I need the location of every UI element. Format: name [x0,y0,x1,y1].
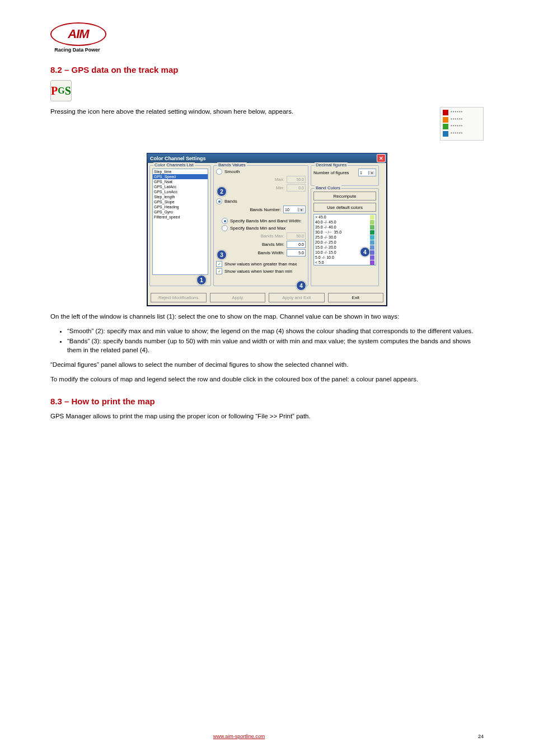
dialog-titlebar: Color Channel Settings ✕ [147,153,387,163]
list-item[interactable]: Filtered_speed [153,214,208,220]
badge-4a: 4 [296,281,306,291]
group-decimal-figures: Decimal figures [315,162,348,167]
chk-show-greater[interactable]: Show values when greater than max [216,261,306,267]
num-figures-label: Number of figures [313,170,358,175]
bands-width-input[interactable]: 5.0 [287,249,306,256]
section-heading: 8.2 – GPS data on the track map [50,65,178,74]
list-item[interactable]: GPS_Gyro [153,209,208,214]
apply-button[interactable]: Apply [210,293,266,302]
channel-list[interactable]: Step_time GPS_Speed GPS_Nsat GPS_LatAcc … [152,169,208,275]
bands-min-label: Bands Min: [216,242,287,247]
page-number: 24 [478,734,484,739]
bands-max-input: 50.0 [287,232,306,240]
bands-min-input[interactable]: 0.0 [287,241,306,248]
color-bands-list[interactable]: > 45.0 40.0 -/- 45.0 35.0 -/- 40.0 30.0 … [313,214,376,265]
footer-link: www.aim-sportline.com [213,734,265,739]
legend-thumbnail [440,107,484,141]
badge-1: 1 [196,275,207,285]
min-label: Min: [216,185,287,190]
paragraph: To modify the colours of map and legend … [50,375,484,384]
color-channel-settings-dialog: Color Channel Settings ✕ Color Channels … [147,153,387,306]
paragraph: On the left of the window is channels li… [50,312,484,321]
list-item: “Bands” (3): specify bands number (up to… [67,337,484,354]
close-icon[interactable]: ✕ [377,154,386,162]
group-bands-values: Bands Values [217,162,247,167]
bands-radio[interactable]: Bands [216,198,306,204]
paragraph: Pressing the icon here above the related… [50,107,484,147]
paragraph: “Decimal figures” panel allows to select… [50,360,484,369]
bands-number-select[interactable]: 10▾ [283,206,306,213]
spec-min-width-radio[interactable]: Specify Bands Min and Band Width: [216,218,306,224]
min-input: 0.0 [287,184,306,192]
list-item[interactable]: Step_time [153,169,208,174]
chevron-down-icon: ▾ [298,208,304,212]
bands-number-label: Bands Number: [216,207,283,212]
group-band-colors: Band Colors [315,185,341,190]
gps-color-icon: PGS [50,80,72,101]
max-label: Max: [216,177,287,182]
list-item: “Smooth” (2): specify max and min value … [67,326,484,335]
recompute-button[interactable]: Recompute [313,192,376,200]
apply-exit-button[interactable]: Apply and Exit [269,293,325,302]
list-item[interactable]: GPS_Speed [153,174,208,179]
list-item[interactable]: GPS_LatAcc [153,184,208,189]
group-channels-list: Color Channels List [153,162,195,167]
chevron-down-icon: ▾ [368,171,374,175]
list-item[interactable]: GPS_LonAcc [153,189,208,194]
chk-show-lower[interactable]: Show values when lower than min [216,268,306,274]
smooth-radio[interactable]: Smooth [216,169,306,175]
badge-2: 2 [217,186,227,197]
section-heading: 8.3 – How to print the map [50,396,484,406]
page-footer: www.aim-sportline.com 24 [0,734,534,739]
num-figures-select[interactable]: 1▾ [358,169,376,176]
dialog-title: Color Channel Settings [150,156,206,161]
list-item[interactable]: GPS_Nsat [153,179,208,184]
max-input: 50.0 [287,176,306,183]
exit-button[interactable]: Exit [328,293,384,302]
default-colors-button[interactable]: Use default colors [313,203,376,212]
spec-min-max-radio[interactable]: Specify Bands Min and Max [216,225,306,231]
list-item[interactable]: GPS_Slope [153,199,208,204]
bands-max-label: Bands Max: [216,234,287,239]
badge-4b: 4 [360,247,370,257]
list-item[interactable]: Step_length [153,194,208,199]
badge-3: 3 [217,250,227,260]
bullet-list: “Smooth” (2): specify max and min value … [67,326,484,354]
logo: AIM Racing Data Power [50,22,104,53]
paragraph: GPS Manager allows to print the map usin… [50,412,484,421]
list-item[interactable]: GPS_Heading [153,204,208,209]
reject-button[interactable]: Reject Modifications [151,293,207,302]
